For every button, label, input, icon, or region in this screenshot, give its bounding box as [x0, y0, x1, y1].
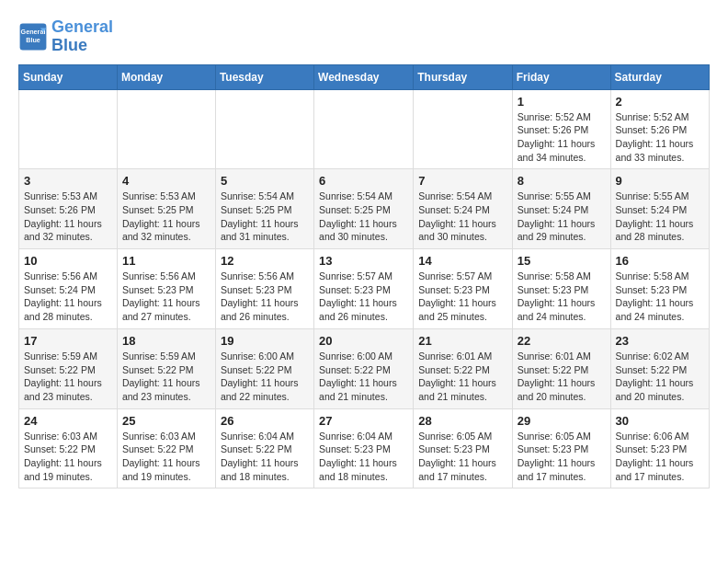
day-number: 28: [418, 414, 506, 428]
day-number: 27: [319, 414, 408, 428]
day-info: Sunrise: 6:04 AM Sunset: 5:22 PM Dayligh…: [221, 430, 309, 484]
day-header-saturday: Saturday: [610, 64, 709, 89]
day-info: Sunrise: 5:52 AM Sunset: 5:26 PM Dayligh…: [518, 110, 606, 165]
day-number: 8: [518, 174, 606, 188]
calendar-cell: 19Sunrise: 6:00 AM Sunset: 5:22 PM Dayli…: [215, 328, 313, 408]
day-number: 21: [418, 334, 506, 348]
day-info: Sunrise: 6:01 AM Sunset: 5:22 PM Dayligh…: [518, 350, 606, 404]
day-header-friday: Friday: [512, 64, 610, 89]
calendar-cell: 3Sunrise: 5:53 AM Sunset: 5:26 PM Daylig…: [19, 169, 118, 249]
calendar-cell: 20Sunrise: 6:00 AM Sunset: 5:22 PM Dayli…: [314, 328, 414, 408]
calendar-cell: 17Sunrise: 5:59 AM Sunset: 5:22 PM Dayli…: [19, 328, 118, 408]
day-info: Sunrise: 5:54 AM Sunset: 5:25 PM Dayligh…: [221, 190, 309, 244]
calendar-cell: 24Sunrise: 6:03 AM Sunset: 5:22 PM Dayli…: [19, 408, 118, 488]
day-info: Sunrise: 5:58 AM Sunset: 5:23 PM Dayligh…: [616, 270, 704, 324]
calendar-cell: 14Sunrise: 5:57 AM Sunset: 5:23 PM Dayli…: [414, 249, 512, 329]
day-info: Sunrise: 6:00 AM Sunset: 5:22 PM Dayligh…: [319, 350, 408, 404]
day-info: Sunrise: 5:56 AM Sunset: 5:23 PM Dayligh…: [221, 270, 309, 324]
calendar-cell: 12Sunrise: 5:56 AM Sunset: 5:23 PM Dayli…: [215, 249, 313, 329]
calendar-cell: 4Sunrise: 5:53 AM Sunset: 5:25 PM Daylig…: [117, 169, 215, 249]
calendar-cell: [19, 89, 118, 169]
calendar-cell: 30Sunrise: 6:06 AM Sunset: 5:23 PM Dayli…: [610, 408, 709, 488]
day-info: Sunrise: 6:02 AM Sunset: 5:22 PM Dayligh…: [616, 350, 704, 404]
calendar-header-row: SundayMondayTuesdayWednesdayThursdayFrid…: [19, 64, 710, 89]
day-info: Sunrise: 5:55 AM Sunset: 5:24 PM Dayligh…: [518, 190, 606, 244]
day-number: 4: [122, 174, 210, 188]
day-info: Sunrise: 5:53 AM Sunset: 5:25 PM Dayligh…: [122, 190, 210, 244]
day-header-thursday: Thursday: [414, 64, 512, 89]
header: General Blue General Blue: [18, 18, 710, 55]
calendar-cell: [414, 89, 512, 169]
calendar-cell: 29Sunrise: 6:05 AM Sunset: 5:23 PM Dayli…: [512, 408, 610, 488]
day-number: 15: [518, 254, 606, 268]
calendar-week-1: 3Sunrise: 5:53 AM Sunset: 5:26 PM Daylig…: [19, 169, 710, 249]
day-info: Sunrise: 5:56 AM Sunset: 5:24 PM Dayligh…: [24, 270, 112, 324]
day-info: Sunrise: 5:59 AM Sunset: 5:22 PM Dayligh…: [122, 350, 210, 404]
day-number: 1: [518, 95, 606, 109]
day-info: Sunrise: 5:57 AM Sunset: 5:23 PM Dayligh…: [418, 270, 506, 324]
day-info: Sunrise: 6:00 AM Sunset: 5:22 PM Dayligh…: [221, 350, 309, 404]
calendar-cell: 16Sunrise: 5:58 AM Sunset: 5:23 PM Dayli…: [610, 249, 709, 329]
calendar-cell: 7Sunrise: 5:54 AM Sunset: 5:24 PM Daylig…: [414, 169, 512, 249]
calendar-cell: [314, 89, 414, 169]
logo-text: General: [51, 18, 113, 37]
day-number: 16: [616, 254, 704, 268]
calendar-week-2: 10Sunrise: 5:56 AM Sunset: 5:24 PM Dayli…: [19, 249, 710, 329]
day-number: 12: [221, 254, 309, 268]
day-number: 29: [518, 414, 606, 428]
day-info: Sunrise: 5:52 AM Sunset: 5:26 PM Dayligh…: [616, 110, 704, 165]
day-info: Sunrise: 5:53 AM Sunset: 5:26 PM Dayligh…: [24, 190, 112, 244]
calendar-week-4: 24Sunrise: 6:03 AM Sunset: 5:22 PM Dayli…: [19, 408, 710, 488]
day-info: Sunrise: 5:57 AM Sunset: 5:23 PM Dayligh…: [319, 270, 408, 324]
calendar-week-3: 17Sunrise: 5:59 AM Sunset: 5:22 PM Dayli…: [19, 328, 710, 408]
day-header-sunday: Sunday: [19, 64, 118, 89]
day-number: 10: [24, 254, 112, 268]
day-number: 11: [122, 254, 210, 268]
day-info: Sunrise: 5:54 AM Sunset: 5:24 PM Dayligh…: [418, 190, 506, 244]
day-info: Sunrise: 6:01 AM Sunset: 5:22 PM Dayligh…: [418, 350, 506, 404]
day-header-monday: Monday: [117, 64, 215, 89]
day-info: Sunrise: 6:06 AM Sunset: 5:23 PM Dayligh…: [616, 430, 704, 484]
calendar-cell: 23Sunrise: 6:02 AM Sunset: 5:22 PM Dayli…: [610, 328, 709, 408]
day-number: 24: [24, 414, 112, 428]
calendar-cell: 6Sunrise: 5:54 AM Sunset: 5:25 PM Daylig…: [314, 169, 414, 249]
day-number: 17: [24, 334, 112, 348]
calendar-cell: 9Sunrise: 5:55 AM Sunset: 5:24 PM Daylig…: [610, 169, 709, 249]
day-info: Sunrise: 5:55 AM Sunset: 5:24 PM Dayligh…: [616, 190, 704, 244]
day-number: 19: [221, 334, 309, 348]
day-number: 2: [616, 95, 704, 109]
day-info: Sunrise: 6:04 AM Sunset: 5:23 PM Dayligh…: [319, 430, 408, 484]
day-number: 6: [319, 174, 408, 188]
calendar-cell: 2Sunrise: 5:52 AM Sunset: 5:26 PM Daylig…: [610, 89, 709, 169]
calendar-cell: 11Sunrise: 5:56 AM Sunset: 5:23 PM Dayli…: [117, 249, 215, 329]
day-info: Sunrise: 5:59 AM Sunset: 5:22 PM Dayligh…: [24, 350, 112, 404]
day-number: 3: [24, 174, 112, 188]
calendar-week-0: 1Sunrise: 5:52 AM Sunset: 5:26 PM Daylig…: [19, 89, 710, 169]
day-number: 18: [122, 334, 210, 348]
calendar-cell: [215, 89, 313, 169]
calendar-cell: 1Sunrise: 5:52 AM Sunset: 5:26 PM Daylig…: [512, 89, 610, 169]
calendar-cell: [117, 89, 215, 169]
day-number: 9: [616, 174, 704, 188]
calendar-cell: 13Sunrise: 5:57 AM Sunset: 5:23 PM Dayli…: [314, 249, 414, 329]
day-info: Sunrise: 6:03 AM Sunset: 5:22 PM Dayligh…: [122, 430, 210, 484]
day-number: 7: [418, 174, 506, 188]
day-number: 20: [319, 334, 408, 348]
logo: General Blue General Blue: [18, 18, 113, 55]
calendar-cell: 25Sunrise: 6:03 AM Sunset: 5:22 PM Dayli…: [117, 408, 215, 488]
calendar-cell: 21Sunrise: 6:01 AM Sunset: 5:22 PM Dayli…: [414, 328, 512, 408]
day-info: Sunrise: 5:54 AM Sunset: 5:25 PM Dayligh…: [319, 190, 408, 244]
calendar-cell: 26Sunrise: 6:04 AM Sunset: 5:22 PM Dayli…: [215, 408, 313, 488]
day-number: 14: [418, 254, 506, 268]
day-number: 23: [616, 334, 704, 348]
logo-icon: General Blue: [18, 22, 48, 52]
day-header-wednesday: Wednesday: [314, 64, 414, 89]
day-number: 5: [221, 174, 309, 188]
calendar-cell: 28Sunrise: 6:05 AM Sunset: 5:23 PM Dayli…: [414, 408, 512, 488]
svg-text:Blue: Blue: [26, 35, 40, 43]
calendar-table: SundayMondayTuesdayWednesdayThursdayFrid…: [18, 64, 710, 489]
day-number: 13: [319, 254, 408, 268]
day-number: 26: [221, 414, 309, 428]
day-info: Sunrise: 5:58 AM Sunset: 5:23 PM Dayligh…: [518, 270, 606, 324]
calendar-cell: 10Sunrise: 5:56 AM Sunset: 5:24 PM Dayli…: [19, 249, 118, 329]
